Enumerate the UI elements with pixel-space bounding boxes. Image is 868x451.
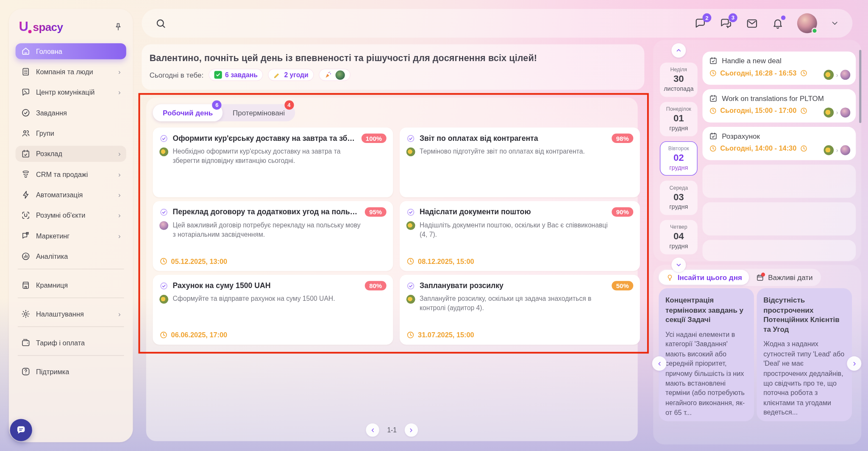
deals-count-badge[interactable]: 2 угоди [268, 69, 314, 81]
sidebar-item-company[interactable]: Компанія та люди › [16, 64, 126, 80]
task-card[interactable]: Рахунок на суму 1500 UAH 80% Сформуйте т… [153, 275, 393, 345]
sidebar-item-settings[interactable]: Налаштування › [16, 306, 126, 322]
insights-tabs: Інсайти цього дня Важливі дати [658, 269, 821, 286]
chat-icon[interactable]: 2 [694, 17, 707, 29]
group-chat-icon[interactable]: 3 [720, 17, 732, 30]
task-check-icon [159, 207, 168, 216]
task-description: Сформуйте та відправте рахунок на суму 1… [173, 294, 335, 304]
sidebar-item-shop[interactable]: Крамниця [16, 277, 126, 293]
sidebar-item-communications[interactable]: Центр комунікацій › [16, 84, 126, 101]
day-weekday: Четвер [660, 224, 698, 230]
tasks-count-label: 6 завдань [225, 71, 258, 78]
events-scrollbar[interactable] [859, 50, 861, 123]
day-cell[interactable]: Четвер 04 грудня [660, 220, 698, 255]
events-list: Handle a new deal Сьогодні, 16:28 - 16:5… [702, 51, 856, 265]
participant-avatar [840, 70, 851, 80]
assignee-avatar [406, 295, 415, 304]
tab-workday[interactable]: Робочий день 6 [153, 104, 223, 121]
wallet-icon [21, 338, 31, 347]
day-cell-selected[interactable]: Вівторок 02 грудня [660, 141, 698, 176]
day-weekday: Середа [660, 185, 698, 190]
chevron-right-icon: › [118, 232, 121, 239]
tab-insights[interactable]: Інсайти цього дня [659, 270, 749, 285]
uspacy-logo[interactable]: U spacy [19, 19, 63, 34]
pin-icon[interactable] [114, 22, 123, 31]
sidebar-item-crm[interactable]: CRM та продажі › [16, 166, 126, 182]
task-deadline: 05.12.2025, 13:00 [159, 257, 227, 266]
home-icon [21, 47, 31, 56]
page-next-button[interactable] [404, 423, 417, 437]
task-deadline: 31.07.2025, 15:00 [406, 331, 474, 339]
sidebar-item-marketing[interactable]: Маркетинг › [16, 228, 126, 244]
mail-icon[interactable] [746, 17, 758, 30]
tab-important-dates[interactable]: Важливі дати [749, 270, 820, 285]
birthday-badge[interactable] [319, 69, 350, 81]
sidebar-item-tasks[interactable]: Завдання [16, 105, 126, 121]
event-card[interactable]: Розрахунок Сьогодні, 14:00 - 14:30 › [702, 127, 856, 160]
tab-overdue[interactable]: Протерміновані 4 [223, 104, 295, 121]
marketing-icon [21, 231, 31, 241]
bell-icon[interactable] [772, 17, 784, 29]
insight-card[interactable]: Концентрація термінових завдань у секції… [659, 288, 754, 421]
day-cell[interactable]: Неділя 30 листопада [660, 63, 698, 97]
support-chat-widget[interactable] [10, 419, 32, 441]
sidebar-item-label: Підтримка [36, 368, 69, 375]
sidebar-item-home[interactable]: Головна [16, 43, 126, 59]
chevron-right-icon: › [836, 147, 838, 154]
shop-icon [21, 280, 31, 290]
participant-avatar [824, 107, 834, 118]
company-icon [21, 67, 31, 76]
insight-body: Усі надані елементи в категорії 'Завданн… [665, 330, 747, 418]
assignee-avatar [159, 295, 168, 304]
page-prev-button[interactable] [366, 423, 379, 437]
empty-slot [702, 165, 856, 198]
task-description: Необхідно оформити кур'єрську доставку н… [173, 147, 364, 165]
days-down-button[interactable] [671, 258, 686, 272]
chevron-right-icon: › [118, 212, 121, 219]
chat-bubble-icon [16, 424, 27, 435]
tasks-count-badge[interactable]: 6 завдань [209, 69, 263, 81]
greeting-card: Валентино, почніть цей день із впевненос… [142, 44, 644, 90]
sidebar-item-smart-objects[interactable]: Розумні об'єкти › [16, 207, 126, 223]
calendar-check-icon [709, 94, 718, 103]
chevron-down-icon[interactable] [830, 19, 839, 28]
day-cell[interactable]: Середа 03 грудня [660, 181, 698, 215]
tab-workday-badge: 6 [212, 100, 222, 109]
insights-prev-button[interactable] [652, 356, 667, 371]
task-card[interactable]: Переклад договору та додаткових угод на … [153, 201, 393, 271]
sidebar-divider [18, 355, 124, 356]
insight-title: Концентрація термінових завдань у секції… [665, 295, 747, 325]
day-month: грудня [660, 164, 697, 171]
sidebar-item-support[interactable]: Підтримка [16, 364, 126, 380]
pagination: 1-1 [146, 423, 638, 437]
sidebar-item-analytics[interactable]: Аналітика [16, 248, 126, 264]
days-up-button[interactable] [671, 43, 686, 58]
chevron-right-icon: › [836, 71, 838, 78]
insight-card[interactable]: Відсутність прострочених Потенційних Клі… [757, 288, 852, 421]
sidebar-item-automation[interactable]: Автоматизація › [16, 187, 126, 203]
deals-count-label: 2 угоди [284, 71, 309, 78]
user-avatar[interactable] [797, 13, 817, 33]
sidebar-item-billing[interactable]: Тариф і оплата [16, 335, 126, 351]
day-cell[interactable]: Понеділок 01 грудня [660, 102, 698, 136]
task-title: Звіт по оплатах від контрагента [420, 134, 607, 143]
event-card[interactable]: Handle a new deal Сьогодні, 16:28 - 16:5… [702, 51, 856, 84]
event-participants: › [824, 145, 850, 155]
task-card[interactable]: Надіслати документи поштою 90% Надішліть… [400, 201, 640, 271]
task-card[interactable]: Запланувати розсилку 50% Заплануйте розс… [400, 275, 640, 345]
sidebar-item-schedule[interactable]: Розклад › [16, 146, 126, 162]
sidebar-item-groups[interactable]: Групи [16, 125, 126, 141]
day-weekday: Вівторок [660, 145, 697, 151]
participant-avatar [840, 107, 851, 118]
task-title: Надіслати документи поштою [420, 208, 607, 216]
event-card[interactable]: Work on translations for PLTOM Сьогодні,… [702, 89, 856, 122]
sidebar-item-label: Розумні об'єкти [36, 211, 86, 219]
task-card[interactable]: Оформити кур'єрську доставку на завтра т… [153, 127, 393, 197]
task-card[interactable]: Звіт по оплатах від контрагента 98% Терм… [400, 127, 640, 197]
insights-next-button[interactable] [847, 356, 861, 371]
search-icon[interactable] [155, 17, 167, 29]
participant-avatar [824, 145, 834, 155]
day-month: листопада [660, 85, 698, 92]
analytics-icon [21, 252, 31, 261]
day-strip: Неділя 30 листопада Понеділок 01 грудня … [660, 43, 698, 272]
